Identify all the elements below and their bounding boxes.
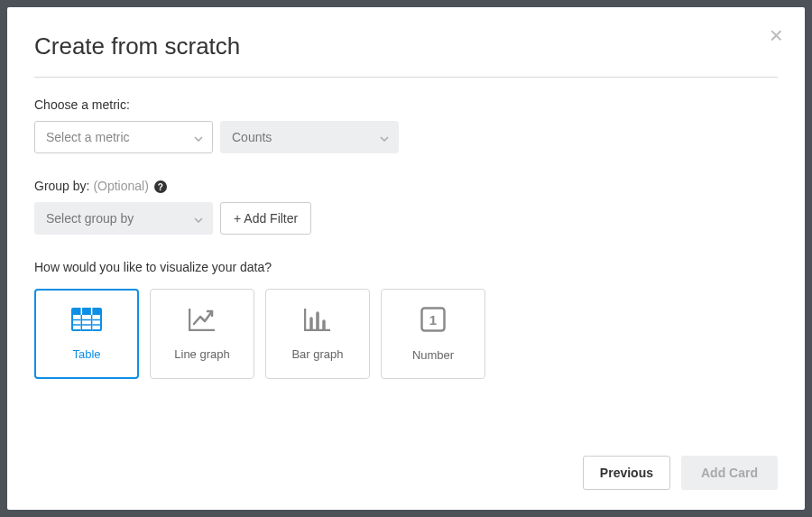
viz-option-number[interactable]: 1 Number — [381, 289, 485, 379]
close-icon[interactable]: × — [770, 23, 783, 47]
metric-select[interactable]: Select a metric — [34, 121, 213, 153]
viz-option-line[interactable]: Line graph — [150, 289, 254, 379]
aggregation-select[interactable]: Counts — [220, 121, 399, 153]
group-by-select[interactable]: Select group by — [34, 202, 213, 235]
add-card-button[interactable]: Add Card — [681, 456, 778, 490]
group-by-row: Select group by + Add Filter — [34, 202, 778, 235]
viz-option-table[interactable]: Table — [34, 289, 139, 379]
line-graph-icon — [189, 308, 216, 335]
chevron-down-icon — [194, 130, 203, 144]
table-icon — [71, 308, 102, 335]
viz-options: Table Line graph Bar grap — [34, 289, 778, 379]
viz-label: Line graph — [174, 347, 229, 361]
viz-label: Number — [412, 348, 454, 362]
help-icon[interactable]: ? — [154, 180, 167, 193]
aggregation-value: Counts — [232, 130, 272, 144]
chevron-down-icon — [194, 211, 203, 226]
modal-footer: Previous Add Card — [34, 456, 778, 490]
group-by-optional: (Optional) — [93, 179, 148, 193]
svg-rect-1 — [73, 315, 100, 329]
divider — [34, 77, 778, 78]
group-by-label-text: Group by: — [34, 179, 89, 193]
viz-prompt: How would you like to visualize your dat… — [34, 260, 778, 274]
metric-label: Choose a metric: — [34, 97, 778, 112]
viz-option-bar[interactable]: Bar graph — [265, 289, 370, 379]
modal-title: Create from scratch — [34, 32, 778, 60]
add-filter-button[interactable]: + Add Filter — [220, 202, 311, 235]
create-from-scratch-modal: × Create from scratch Choose a metric: S… — [7, 7, 805, 510]
previous-button[interactable]: Previous — [583, 456, 670, 490]
number-icon: 1 — [420, 307, 446, 336]
group-by-placeholder: Select group by — [46, 211, 134, 226]
svg-text:1: 1 — [429, 312, 437, 328]
chevron-down-icon — [380, 130, 389, 144]
metric-row: Select a metric Counts — [34, 121, 778, 153]
viz-label: Bar graph — [291, 347, 343, 361]
viz-label: Table — [72, 347, 100, 361]
bar-graph-icon — [304, 308, 331, 335]
group-by-label: Group by: (Optional) ? — [34, 179, 778, 193]
metric-select-placeholder: Select a metric — [46, 130, 130, 144]
